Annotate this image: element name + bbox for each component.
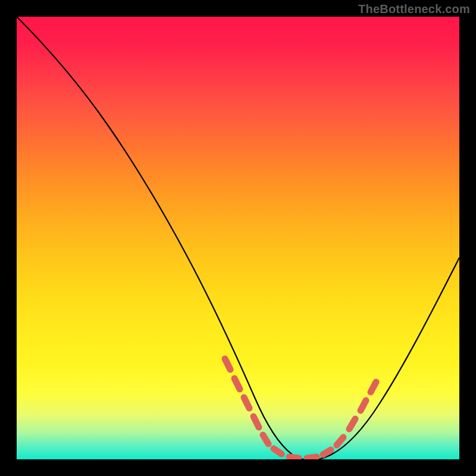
svg-line-4 (263, 435, 268, 444)
svg-line-10 (349, 419, 355, 429)
svg-line-9 (337, 437, 343, 445)
plot-area (17, 17, 459, 459)
svg-line-2 (244, 397, 249, 408)
svg-line-3 (253, 416, 259, 427)
svg-line-12 (371, 382, 376, 392)
chart-frame: TheBottleneck.com (0, 0, 476, 476)
svg-line-0 (225, 359, 230, 369)
svg-line-1 (234, 378, 240, 389)
bottleneck-curve (17, 17, 459, 459)
svg-line-5 (274, 449, 281, 454)
svg-line-11 (361, 400, 366, 411)
svg-line-8 (323, 450, 331, 455)
svg-line-7 (307, 457, 317, 458)
watermark-text: TheBottleneck.com (358, 2, 470, 16)
svg-line-6 (289, 457, 299, 458)
valley-highlight (225, 359, 376, 458)
curve-layer (17, 17, 459, 459)
